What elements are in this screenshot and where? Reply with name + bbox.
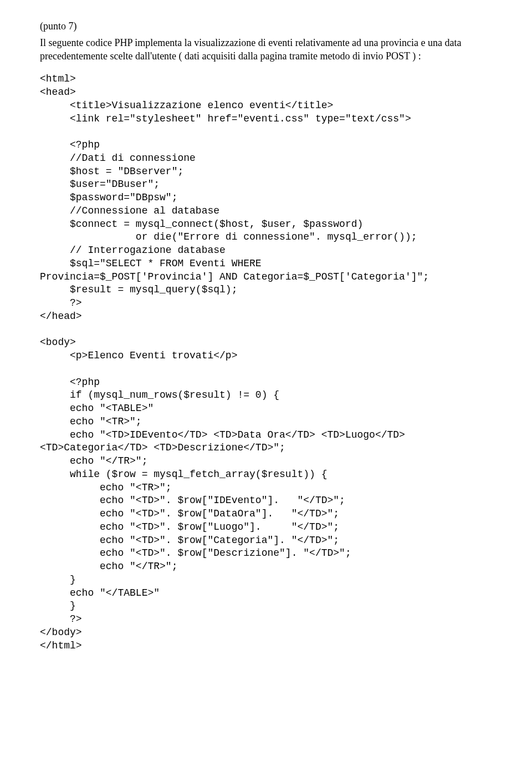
intro-line-1: (punto 7) [40,20,492,33]
document-page: (punto 7) Il seguente codice PHP impleme… [0,0,532,776]
intro-line-2: Il seguente codice PHP implementa la vis… [40,37,492,63]
intro-block: (punto 7) Il seguente codice PHP impleme… [40,20,492,63]
code-block: <html> <head> <title>Visualizzazione ele… [40,73,492,652]
